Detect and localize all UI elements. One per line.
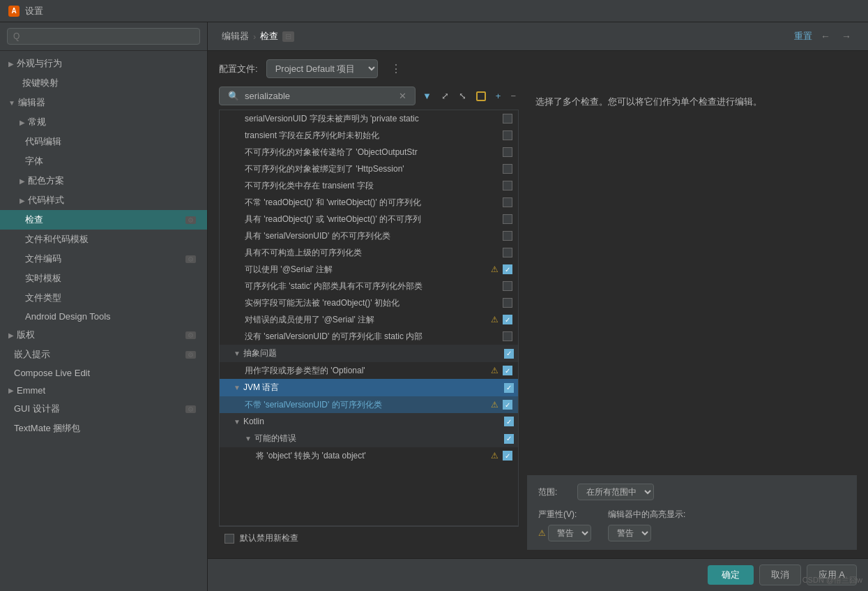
cancel-button[interactable]: 取消 xyxy=(759,564,801,585)
list-item[interactable]: 可序列化非 'static' 内部类具有不可序列化外部类 xyxy=(220,278,518,294)
sidebar-item-color[interactable]: ▶ 配色方案 xyxy=(0,171,207,190)
checkbox[interactable] xyxy=(503,197,512,207)
breadcrumb-sep: › xyxy=(253,31,256,42)
checkbox[interactable] xyxy=(503,331,512,341)
section-checkbox[interactable] xyxy=(504,434,514,444)
sidebar-item-editor[interactable]: ▼ 编辑器 xyxy=(0,93,207,112)
badge-icon: ⚙ xyxy=(185,216,196,224)
expand-button[interactable]: ⤢ xyxy=(439,89,452,103)
checkbox[interactable] xyxy=(503,214,512,224)
warn-icon: ⚠ xyxy=(491,264,498,274)
list-item[interactable]: 不可序列化类中存在 transient 字段 xyxy=(220,177,518,194)
checkbox[interactable] xyxy=(503,231,512,241)
checkbox[interactable] xyxy=(503,281,512,291)
sidebar-item-copyright[interactable]: ▶ 版权 ⚙ xyxy=(0,325,207,345)
checkbox[interactable] xyxy=(503,400,512,410)
sidebar-item-compose-live[interactable]: Compose Live Edit xyxy=(0,364,207,382)
sidebar-item-font[interactable]: 字体 xyxy=(0,151,207,171)
sidebar-item-appearance[interactable]: ▶ 外观与行为 xyxy=(0,54,207,73)
list-item[interactable]: 没有 'serialVersionUID' 的可序列化非 static 内部 xyxy=(220,328,518,345)
sidebar-item-code-style[interactable]: ▶ 代码样式 xyxy=(0,190,207,210)
sidebar-item-label: 实时模板 xyxy=(25,272,61,285)
sidebar-item-code-edit[interactable]: 代码编辑 xyxy=(0,132,207,151)
config-more-button[interactable]: ⋮ xyxy=(386,61,406,77)
sidebar-item-gui-designer[interactable]: GUI 设计器 ⚙ xyxy=(0,399,207,419)
sidebar-item-live-template[interactable]: 实时模板 xyxy=(0,269,207,288)
checkbox[interactable] xyxy=(503,366,512,375)
checkbox[interactable] xyxy=(503,114,512,124)
sidebar-item-file-template[interactable]: 文件和代码模板 xyxy=(0,230,207,249)
section-checkbox[interactable] xyxy=(504,383,514,393)
checkbox[interactable] xyxy=(503,298,512,308)
section-header-kotlin-errors[interactable]: ▼ 可能的错误 xyxy=(220,430,518,447)
checkbox[interactable] xyxy=(503,315,512,324)
sidebar-item-emmet[interactable]: ▶ Emmet xyxy=(0,382,207,399)
title-bar-text: 设置 xyxy=(25,5,43,17)
list-item[interactable]: 将 'object' 转换为 'data object' ⚠ xyxy=(220,447,518,464)
section-checkbox[interactable] xyxy=(504,349,514,359)
watermark: CSDN @悟兰囧w xyxy=(802,575,862,585)
sidebar-item-file-type[interactable]: 文件类型 xyxy=(0,288,207,308)
list-item[interactable]: transient 字段在反序列化时未初始化 xyxy=(220,127,518,144)
badge-icon: ⚙ xyxy=(185,255,196,263)
search-input[interactable] xyxy=(245,91,393,101)
back-button[interactable]: ← xyxy=(818,29,833,43)
list-item[interactable]: 对错误的成员使用了 '@Serial' 注解 ⚠ xyxy=(220,311,518,328)
breadcrumb-editor: 编辑器 xyxy=(222,30,249,43)
reset-button[interactable]: 重置 xyxy=(794,30,812,43)
severity-select[interactable]: 警告 xyxy=(548,525,591,541)
list-item[interactable]: 具有 'serialVersionUID' 的不可序列化类 xyxy=(220,227,518,244)
item-text: 具有 'serialVersionUID' 的不可序列化类 xyxy=(245,230,498,242)
sidebar-item-keymap[interactable]: 按键映射 xyxy=(0,73,207,93)
list-item[interactable]: 可以使用 '@Serial' 注解 ⚠ xyxy=(220,261,518,278)
list-item[interactable]: 具有 'readObject()' 或 'writeObject()' 的不可序… xyxy=(220,211,518,227)
highlight-label: 编辑器中的高亮显示: xyxy=(608,509,685,521)
sidebar-item-android-design[interactable]: Android Design Tools xyxy=(0,308,207,325)
section-header-jvm[interactable]: ▼ JVM 语言 xyxy=(220,379,518,396)
search-icon: 🔍 xyxy=(225,89,242,103)
sidebar-item-embed-hint[interactable]: 嵌入提示 ⚙ xyxy=(0,345,207,364)
filter-button[interactable]: ▼ xyxy=(420,89,434,103)
add-button[interactable]: + xyxy=(493,89,504,103)
left-panel: 🔍 ✕ ▼ ⤢ ⤡ + − serialVe xyxy=(219,87,519,550)
list-item[interactable]: 用作字段或形参类型的 'Optional' ⚠ xyxy=(220,362,518,379)
item-text: 用作字段或形参类型的 'Optional' xyxy=(245,365,487,377)
collapse-button[interactable]: ⤡ xyxy=(456,89,469,103)
sidebar-search-input[interactable] xyxy=(7,28,200,45)
forward-button[interactable]: → xyxy=(839,29,854,43)
list-item[interactable]: serialVersionUID 字段未被声明为 'private static xyxy=(220,110,518,127)
checkbox[interactable] xyxy=(503,164,512,174)
warn-icon: ⚠ xyxy=(491,400,498,410)
checkbox[interactable] xyxy=(503,248,512,257)
checkbox[interactable] xyxy=(503,264,512,274)
scope-select[interactable]: 在所有范围中 xyxy=(577,484,654,500)
section-header-kotlin[interactable]: ▼ Kotlin xyxy=(220,413,518,430)
sidebar-item-inspections[interactable]: 检查 ⚙ xyxy=(0,210,207,230)
config-select[interactable]: Project Default 项目 xyxy=(266,59,378,78)
list-item[interactable]: 实例字段可能无法被 'readObject()' 初始化 xyxy=(220,294,518,311)
default-disable-checkbox[interactable] xyxy=(224,534,234,544)
list-item[interactable]: 不可序列化的对象被传递给了 'ObjectOutputStr xyxy=(220,144,518,160)
item-text: 具有不可构造上级的可序列化类 xyxy=(245,247,498,259)
sidebar-item-label: 文件类型 xyxy=(25,292,61,304)
list-item[interactable]: 不常 'readObject()' 和 'writeObject()' 的可序列… xyxy=(220,194,518,211)
item-text: 实例字段可能无法被 'readObject()' 初始化 xyxy=(245,297,498,309)
list-item[interactable]: 不可序列化的对象被绑定到了 'HttpSession' xyxy=(220,160,518,177)
highlight-select[interactable]: 警告 xyxy=(608,525,651,541)
warn-icon: ⚠ xyxy=(491,451,498,461)
confirm-button[interactable]: 确定 xyxy=(708,565,754,585)
checkbox[interactable] xyxy=(503,130,512,140)
sidebar-item-general[interactable]: ▶ 常规 xyxy=(0,112,207,132)
clear-button[interactable]: ✕ xyxy=(396,89,409,103)
checkbox[interactable] xyxy=(503,147,512,157)
section-checkbox[interactable] xyxy=(504,417,514,426)
square-icon-button[interactable] xyxy=(473,89,489,103)
sidebar-item-textmate[interactable]: TextMate 捆绑包 xyxy=(0,419,207,438)
checkbox[interactable] xyxy=(503,181,512,190)
remove-button[interactable]: − xyxy=(508,89,519,103)
section-header-abstract[interactable]: ▼ 抽象问题 xyxy=(220,345,518,362)
list-item[interactable]: 具有不可构造上级的可序列化类 xyxy=(220,244,518,261)
sidebar-item-file-encoding[interactable]: 文件编码 ⚙ xyxy=(0,249,207,269)
list-item[interactable]: 不带 'serialVersionUID' 的可序列化类 ⚠ xyxy=(220,396,518,413)
checkbox[interactable] xyxy=(503,451,512,461)
